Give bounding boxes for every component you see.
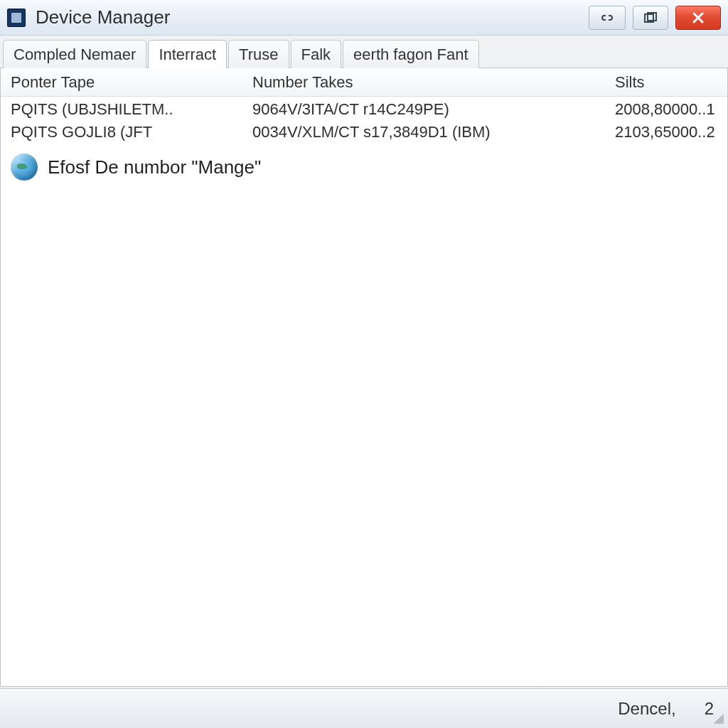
statusbar: Dencel, 2 bbox=[0, 688, 728, 728]
info-line: Efosf De numbor "Mange" bbox=[11, 154, 727, 181]
link-icon bbox=[599, 13, 615, 23]
tab-label: Interract bbox=[159, 46, 216, 64]
tab-truse[interactable]: Truse bbox=[228, 40, 289, 68]
table-row[interactable]: PQITS GOJLI8 (JFT 0034V/XLM/CT s17,3849D… bbox=[1, 121, 727, 144]
tab-compled[interactable]: Compled Nemaer bbox=[3, 40, 146, 68]
cell-silts: 2008,80000..1 bbox=[605, 100, 727, 119]
cell-number: 0034V/XLM/CT s17,3849D1 (IBM) bbox=[242, 123, 605, 141]
tab-falk[interactable]: Falk bbox=[291, 40, 342, 68]
resize-grip-icon[interactable] bbox=[711, 711, 724, 724]
close-button[interactable] bbox=[675, 6, 721, 30]
column-header-number[interactable]: Number Takes bbox=[242, 73, 605, 92]
column-header-ponter[interactable]: Ponter Tape bbox=[1, 73, 242, 92]
tabs-row: Compled Nemaer Interract Truse Falk eert… bbox=[0, 36, 728, 68]
status-left: Dencel, bbox=[618, 699, 675, 719]
tab-label: Falk bbox=[301, 46, 331, 64]
column-header-silts[interactable]: Silts bbox=[605, 73, 727, 92]
list-body: PQITS (UBJSHILETM.. 9064V/3ITA/CT r14C24… bbox=[1, 97, 727, 181]
cell-silts: 2103,65000..2 bbox=[605, 123, 727, 141]
cell-ponter: PQITS (UBJSHILETM.. bbox=[1, 100, 242, 119]
tab-label: Truse bbox=[239, 46, 278, 64]
tab-label: Compled Nemaer bbox=[14, 46, 136, 64]
cell-ponter: PQITS GOJLI8 (JFT bbox=[1, 123, 242, 141]
app-icon bbox=[7, 9, 26, 27]
close-icon bbox=[692, 11, 705, 24]
cell-number: 9064V/3ITA/CT r14C249PE) bbox=[242, 100, 605, 119]
table-row[interactable]: PQITS (UBJSHILETM.. 9064V/3ITA/CT r14C24… bbox=[1, 98, 727, 121]
maximize-button[interactable] bbox=[633, 6, 668, 30]
tab-label: eerth fagon Fant bbox=[353, 46, 468, 64]
caption-buttons bbox=[589, 6, 721, 30]
list-panel: Ponter Tape Number Takes Silts PQITS (UB… bbox=[0, 68, 728, 687]
minimize-button[interactable] bbox=[589, 6, 626, 30]
list-header: Ponter Tape Number Takes Silts bbox=[1, 68, 727, 97]
titlebar: Device Manager bbox=[0, 0, 728, 36]
info-text: Efosf De numbor "Mange" bbox=[48, 156, 261, 178]
tab-eerth[interactable]: eerth fagon Fant bbox=[343, 40, 478, 68]
window-root: Device Manager Compled Nemaer Interract bbox=[0, 0, 728, 728]
maximize-icon bbox=[644, 12, 657, 23]
globe-icon bbox=[11, 154, 38, 181]
window-title: Device Manager bbox=[36, 6, 589, 28]
tab-interract[interactable]: Interract bbox=[148, 40, 227, 68]
